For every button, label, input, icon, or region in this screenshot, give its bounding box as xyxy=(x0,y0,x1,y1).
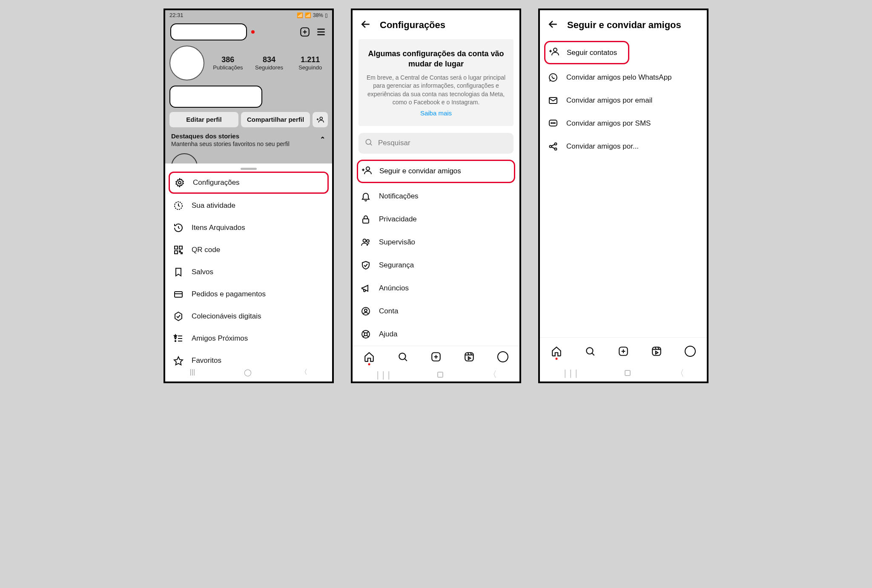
settings-item-privacy[interactable]: Privacidade xyxy=(353,208,519,231)
share-profile-button[interactable]: Compartilhar perfil xyxy=(241,112,310,127)
nav-home[interactable] xyxy=(551,345,562,357)
settings-item-notifications[interactable]: Notificações xyxy=(353,185,519,208)
back-arrow-button[interactable] xyxy=(360,19,371,32)
recents-button[interactable]: ||| xyxy=(562,368,579,378)
home-button[interactable] xyxy=(437,372,443,378)
sheet-item-collectibles[interactable]: Colecionáveis digitais xyxy=(165,305,332,327)
svg-line-28 xyxy=(370,143,372,145)
sheet-item-orders[interactable]: Pedidos e pagamentos xyxy=(165,283,332,305)
email-icon xyxy=(548,95,559,106)
svg-point-6 xyxy=(320,117,322,120)
sheet-item-settings[interactable]: Configurações xyxy=(169,172,329,194)
bookmark-icon xyxy=(173,267,184,278)
svg-point-62 xyxy=(554,123,555,123)
megaphone-icon xyxy=(360,283,371,294)
back-arrow-button[interactable] xyxy=(548,19,559,32)
sheet-item-qrcode[interactable]: QR code xyxy=(165,239,332,261)
back-button[interactable]: 〈 xyxy=(301,368,307,377)
stat-following-label: Seguindo xyxy=(293,64,328,71)
whatsapp-icon xyxy=(548,72,559,83)
sheet-item-archive[interactable]: Itens Arquivados xyxy=(165,217,332,239)
discover-people-button[interactable] xyxy=(313,112,328,127)
settings-item-ads[interactable]: Anúncios xyxy=(353,277,519,300)
invite-item-label: Convidar amigos por SMS xyxy=(566,119,651,128)
screen-follow-invite: Seguir e convidar amigos Seguir contatos… xyxy=(538,9,708,383)
settings-item-label: Privacidade xyxy=(379,215,417,224)
settings-search[interactable]: Pesquisar xyxy=(359,133,513,154)
create-post-button[interactable] xyxy=(299,26,311,38)
battery-icon: ▯ xyxy=(325,12,328,18)
archive-icon xyxy=(173,222,184,233)
highlights-title[interactable]: Destaques dos stories xyxy=(171,132,326,140)
back-button[interactable]: 〈 xyxy=(676,367,684,379)
svg-marker-19 xyxy=(174,335,177,337)
nav-create[interactable] xyxy=(617,345,629,357)
nav-reels[interactable] xyxy=(651,345,663,357)
invite-item-label: Convidar amigos por... xyxy=(566,142,639,151)
sheet-item-close-friends[interactable]: Amigos Próximos xyxy=(165,327,332,350)
screen-profile: 22:31 📶 📶 38% ▯ 386 Publicações xyxy=(164,9,334,383)
nav-search[interactable] xyxy=(397,351,409,363)
stat-following[interactable]: 1.211 Seguindo xyxy=(293,55,328,71)
nav-create[interactable] xyxy=(430,351,442,363)
nav-profile[interactable] xyxy=(497,351,509,363)
share-icon xyxy=(548,141,559,152)
profile-avatar[interactable] xyxy=(169,46,204,80)
nav-home[interactable] xyxy=(363,351,375,363)
sms-icon xyxy=(548,118,559,129)
username-redacted[interactable] xyxy=(170,23,247,40)
sheet-item-label: Amigos Próximos xyxy=(192,334,248,343)
settings-item-supervision[interactable]: Supervisão xyxy=(353,231,519,254)
accounts-center-info: Algumas configurações da conta vão mudar… xyxy=(359,39,513,126)
invite-item-sms[interactable]: Convidar amigos por SMS xyxy=(540,112,707,135)
home-button[interactable]: ◯ xyxy=(244,368,252,376)
add-person-icon xyxy=(549,46,559,59)
sheet-item-saved[interactable]: Salvos xyxy=(165,261,332,283)
bottom-nav xyxy=(540,337,707,364)
status-bar: 22:31 📶 📶 38% ▯ xyxy=(165,10,332,20)
svg-line-66 xyxy=(551,144,555,146)
svg-point-68 xyxy=(586,347,593,354)
people-icon xyxy=(360,237,371,248)
invite-item-follow-contacts[interactable]: Seguir contatos xyxy=(544,41,629,64)
svg-line-44 xyxy=(404,359,407,361)
invite-item-whatsapp[interactable]: Convidar amigos pelo WhatsApp xyxy=(540,66,707,89)
edit-profile-button[interactable]: Editar perfil xyxy=(169,112,238,127)
settings-item-help[interactable]: Ajuda xyxy=(353,323,519,346)
nav-reels[interactable] xyxy=(463,351,475,363)
settings-item-security[interactable]: Segurança xyxy=(353,254,519,277)
chevron-up-icon[interactable]: ⌃ xyxy=(320,135,325,143)
svg-point-33 xyxy=(363,239,366,242)
nav-search[interactable] xyxy=(584,345,596,357)
recents-button[interactable]: ||| xyxy=(375,370,392,380)
account-icon xyxy=(360,306,371,317)
nav-profile[interactable] xyxy=(684,345,696,357)
svg-rect-12 xyxy=(179,246,182,249)
invite-item-email[interactable]: Convidar amigos por email xyxy=(540,89,707,112)
stat-posts[interactable]: 386 Publicações xyxy=(210,55,246,71)
svg-point-29 xyxy=(366,167,370,170)
invite-item-share[interactable]: Convidar amigos por... xyxy=(540,135,707,158)
display-name-redacted xyxy=(169,86,262,108)
stat-followers-label: Seguidores xyxy=(252,64,287,71)
hamburger-menu-button[interactable] xyxy=(315,26,327,38)
home-button[interactable] xyxy=(625,370,631,376)
stat-followers[interactable]: 834 Seguidores xyxy=(252,55,287,71)
page-title: Configurações xyxy=(380,20,445,31)
card-icon xyxy=(173,289,184,300)
svg-rect-11 xyxy=(175,246,178,249)
sheet-handle[interactable] xyxy=(241,168,257,170)
list-star-icon xyxy=(173,333,184,344)
settings-item-follow-invite[interactable]: Seguir e convidar amigos xyxy=(357,160,515,183)
info-title: Algumas configurações da conta vão mudar… xyxy=(366,49,506,69)
back-button[interactable]: 〈 xyxy=(488,369,497,380)
svg-line-41 xyxy=(363,335,365,337)
svg-point-38 xyxy=(364,333,367,336)
svg-point-36 xyxy=(364,309,367,312)
learn-more-link[interactable]: Saiba mais xyxy=(366,109,506,117)
settings-item-account[interactable]: Conta xyxy=(353,300,519,323)
bottom-nav xyxy=(353,346,519,368)
recents-button[interactable]: ||| xyxy=(190,368,195,376)
sheet-item-activity[interactable]: Sua atividade xyxy=(165,195,332,217)
shield-icon xyxy=(360,260,371,271)
